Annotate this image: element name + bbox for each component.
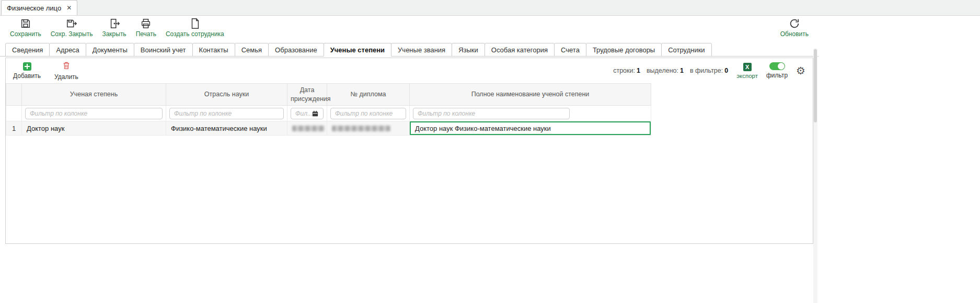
diploma-filter-input[interactable]	[330, 108, 406, 119]
vertical-scrollbar[interactable]	[813, 48, 817, 303]
tab-sotrudniki[interactable]: Сотрудники	[661, 43, 711, 57]
tab-svedeniya[interactable]: Сведения	[5, 43, 50, 57]
refresh-label: Обновить	[780, 30, 809, 38]
column-header-degree[interactable]: Ученая степень	[22, 84, 166, 106]
printer-icon	[140, 18, 152, 29]
close-button[interactable]: Закрыть	[97, 17, 131, 38]
filter-cell-diploma	[327, 106, 410, 121]
export-label: экспорт	[736, 73, 758, 79]
selected-cell-editor[interactable]: Доктор наук Физико-математические науки	[410, 121, 651, 135]
tab-content-panel: Добавить Удалить строки:1	[5, 58, 813, 244]
door-exit-icon	[109, 18, 120, 29]
header-row: Ученая степень Отрасль науки Дата присуж…	[6, 84, 651, 106]
grid-stats: строки:1 выделено:1 в фильтре:0	[613, 67, 728, 74]
fullname-filter-input[interactable]	[413, 108, 570, 119]
main-area: Сохранить Сохр. Закрыть Закрыть	[0, 16, 818, 244]
filter-cell-branch	[166, 106, 287, 121]
app-window: Физическое лицо ✕ Сохранить	[0, 0, 980, 303]
branch-filter-input[interactable]	[169, 108, 284, 119]
filtered-stat-label: в фильтре:	[690, 67, 723, 74]
branch-cell[interactable]: Физико-математические науки	[166, 121, 287, 136]
diploma-cell[interactable]	[327, 121, 410, 136]
print-label: Печать	[136, 30, 156, 38]
trash-icon	[62, 61, 71, 72]
create-employee-label: Создать сотрудника	[166, 30, 224, 38]
document-tab-title: Физическое лицо	[7, 4, 61, 12]
grid-toolbar-right: строки:1 выделено:1 в фильтре:0 X экспор…	[613, 62, 805, 79]
rows-stat-value: 1	[637, 67, 640, 74]
grid-toolbar: Добавить Удалить строки:1	[6, 58, 813, 82]
tab-adresa[interactable]: Адреса	[49, 43, 86, 57]
filter-toggle[interactable]	[769, 62, 785, 70]
save-close-button[interactable]: Сохр. Закрыть	[46, 17, 98, 38]
plus-icon	[23, 62, 31, 71]
add-row-label: Добавить	[13, 72, 41, 80]
tab-trudovye-dogovory[interactable]: Трудовые договоры	[586, 43, 662, 57]
fullname-cell[interactable]: Доктор наук Физико-математические науки	[410, 121, 651, 136]
gear-icon[interactable]: ⚙	[796, 65, 805, 76]
degrees-table: Ученая степень Отрасль науки Дата присуж…	[6, 83, 651, 136]
main-toolbar: Сохранить Сохр. Закрыть Закрыть	[0, 16, 818, 40]
tab-voinskiy-uchet[interactable]: Воинский учет	[134, 43, 193, 57]
document-tab-person[interactable]: Физическое лицо ✕	[1, 0, 77, 15]
save-close-icon	[66, 18, 77, 29]
date-filter-input[interactable]	[291, 108, 324, 119]
column-header-branch[interactable]: Отрасль науки	[166, 84, 287, 106]
filter-cell-num	[6, 106, 22, 121]
tab-dokumenty[interactable]: Документы	[86, 43, 134, 57]
scrollbar-thumb[interactable]	[814, 49, 817, 122]
filter-cell-fullname	[410, 106, 651, 121]
save-label: Сохранить	[10, 30, 41, 38]
export-excel-button[interactable]: X экспорт	[736, 63, 758, 79]
filter-toggle-group[interactable]: фильтр	[766, 62, 788, 79]
tab-uchenye-stepeni[interactable]: Ученые степени	[324, 43, 391, 57]
print-button[interactable]: Печать	[131, 17, 161, 38]
rows-stat: строки:1	[613, 67, 640, 74]
document-tab-strip: Физическое лицо ✕	[0, 0, 980, 16]
add-row-button[interactable]: Добавить	[13, 62, 41, 80]
column-header-date[interactable]: Дата присуждения	[287, 84, 327, 106]
filter-cell-degree	[22, 106, 166, 121]
tab-kontakty[interactable]: Контакты	[192, 43, 235, 57]
tab-obrazovanie[interactable]: Образование	[268, 43, 324, 57]
save-close-label: Сохр. Закрыть	[51, 30, 93, 38]
row-number-cell[interactable]: 1	[6, 121, 22, 136]
tab-yazyki[interactable]: Языки	[452, 43, 485, 57]
page-tabbar: Сведения Адреса Документы Воинский учет …	[0, 40, 818, 57]
filter-toggle-label: фильтр	[766, 72, 788, 79]
refresh-icon	[789, 18, 800, 29]
degree-cell[interactable]: Доктор наук	[22, 121, 166, 136]
new-document-icon	[189, 18, 201, 29]
filter-cell-date	[287, 106, 327, 121]
save-button[interactable]: Сохранить	[5, 17, 46, 38]
toggle-knob	[778, 63, 785, 70]
close-label: Закрыть	[102, 30, 126, 38]
selected-stat-value: 1	[680, 67, 684, 74]
excel-icon: X	[743, 63, 752, 71]
delete-row-button[interactable]: Удалить	[54, 61, 78, 81]
degree-filter-input[interactable]	[25, 108, 163, 119]
column-header-diploma[interactable]: № диплома	[327, 84, 410, 106]
row-number-header	[6, 84, 22, 106]
save-icon	[20, 18, 31, 29]
redacted-diploma-value	[332, 126, 390, 131]
filter-row	[6, 106, 651, 121]
tab-osobaya-kategoriya[interactable]: Особая категория	[485, 43, 555, 57]
filtered-stat: в фильтре:0	[690, 67, 728, 74]
redacted-date-value	[292, 126, 325, 131]
tab-uchenye-zvaniya[interactable]: Ученые звания	[391, 43, 452, 57]
tab-scheta[interactable]: Счета	[554, 43, 586, 57]
refresh-button[interactable]: Обновить	[776, 17, 813, 38]
date-cell[interactable]	[287, 121, 327, 136]
table-row[interactable]: 1 Доктор наук Физико-математические наук…	[6, 121, 651, 136]
tab-semya[interactable]: Семья	[235, 43, 269, 57]
delete-row-label: Удалить	[54, 73, 78, 81]
filtered-stat-value: 0	[724, 67, 728, 74]
close-icon[interactable]: ✕	[66, 4, 72, 12]
selected-stat-label: выделено:	[647, 67, 678, 74]
column-header-fullname[interactable]: Полное наименование ученой степени	[410, 84, 651, 106]
rows-stat-label: строки:	[613, 67, 635, 74]
create-employee-button[interactable]: Создать сотрудника	[161, 17, 229, 38]
selected-stat: выделено:1	[647, 67, 684, 74]
calendar-icon[interactable]	[312, 110, 318, 117]
